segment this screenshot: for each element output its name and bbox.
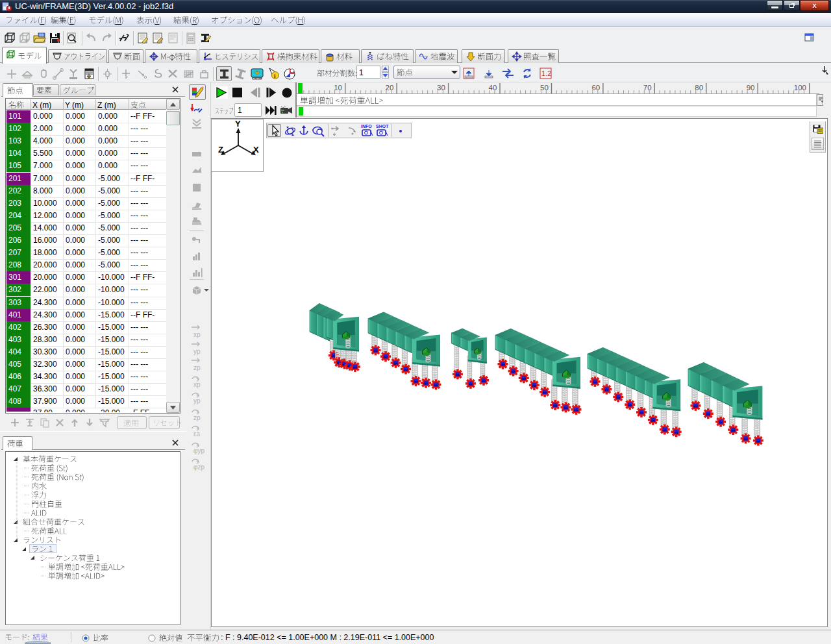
svg-text:xp: xp bbox=[193, 331, 201, 338]
svg-text:10: 10 bbox=[334, 84, 342, 92]
svg-text:zp: zp bbox=[193, 364, 201, 371]
svg-text:40: 40 bbox=[489, 84, 497, 92]
svg-text:εa: εa bbox=[193, 430, 200, 438]
svg-text:φyp: φyp bbox=[193, 447, 205, 454]
svg-text:80: 80 bbox=[695, 84, 703, 92]
svg-text:50: 50 bbox=[540, 84, 549, 92]
svg-text:yp: yp bbox=[193, 397, 201, 404]
svg-text:xp: xp bbox=[193, 381, 201, 388]
svg-text:60: 60 bbox=[591, 84, 600, 92]
svg-text:100: 100 bbox=[794, 84, 806, 92]
svg-text:1.2: 1.2 bbox=[541, 69, 551, 77]
svg-text:yp: yp bbox=[193, 348, 201, 355]
svg-text:φzp: φzp bbox=[193, 464, 205, 471]
svg-text:30: 30 bbox=[437, 84, 445, 92]
svg-text:zp: zp bbox=[193, 414, 201, 421]
svg-text:20: 20 bbox=[386, 84, 394, 92]
svg-text:90: 90 bbox=[747, 84, 755, 92]
svg-text:70: 70 bbox=[643, 84, 652, 92]
